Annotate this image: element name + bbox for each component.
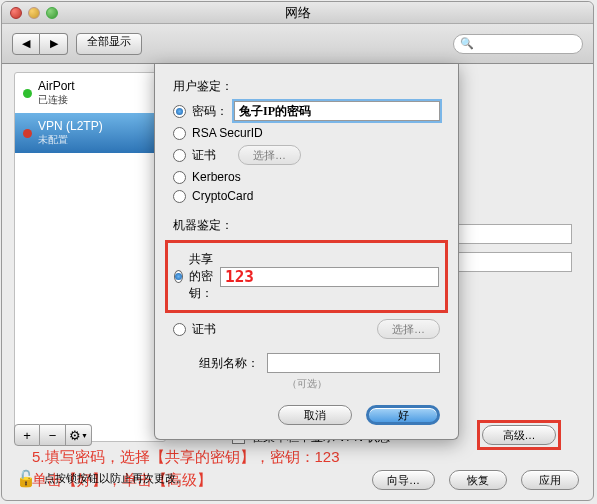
window-title: 网络 bbox=[2, 4, 593, 22]
choose-cert2-button[interactable]: 选择… bbox=[377, 319, 440, 339]
machine-auth-label: 机器鉴定： bbox=[173, 217, 440, 234]
action-button[interactable]: ⚙▼ bbox=[66, 424, 92, 446]
advanced-button[interactable]: 高级… bbox=[482, 425, 556, 445]
radio-password[interactable] bbox=[173, 105, 186, 118]
radio-cert2[interactable] bbox=[173, 323, 186, 336]
add-button[interactable]: + bbox=[14, 424, 40, 446]
cancel-button[interactable]: 取消 bbox=[278, 405, 352, 425]
shared-key-label: 共享的密钥： bbox=[189, 251, 214, 302]
titlebar: 网络 bbox=[2, 2, 593, 24]
back-button[interactable]: ◀ bbox=[12, 33, 40, 55]
radio-cert[interactable] bbox=[173, 149, 186, 162]
bg-field bbox=[452, 224, 572, 244]
sidebar-item-label: AirPort bbox=[38, 79, 75, 93]
bg-field bbox=[452, 252, 572, 272]
choose-cert-button[interactable]: 选择… bbox=[238, 145, 301, 165]
radio-cert2-label: 证书 bbox=[192, 321, 216, 338]
ok-button[interactable]: 好 bbox=[366, 405, 440, 425]
radio-cryptocard-label: CryptoCard bbox=[192, 189, 253, 203]
shared-key-highlight: 共享的密钥： bbox=[165, 240, 448, 313]
sidebar-item-airport[interactable]: AirPort 已连接 bbox=[15, 73, 165, 113]
radio-shared-key[interactable] bbox=[174, 270, 183, 283]
radio-password-label: 密码： bbox=[192, 103, 228, 120]
password-input[interactable] bbox=[234, 101, 440, 121]
sidebar: AirPort 已连接 VPN (L2TP) 未配置 bbox=[14, 72, 166, 442]
search-icon: 🔍 bbox=[460, 37, 474, 50]
sidebar-item-vpn[interactable]: VPN (L2TP) 未配置 bbox=[15, 113, 165, 153]
remove-button[interactable]: − bbox=[40, 424, 66, 446]
auth-sheet: 用户鉴定： 密码： RSA SecurID 证书 选择… Kerberos bbox=[154, 64, 459, 440]
wizard-button[interactable]: 向导… bbox=[372, 470, 435, 490]
restore-button[interactable]: 恢复 bbox=[449, 470, 507, 490]
radio-kerberos[interactable] bbox=[173, 171, 186, 184]
search-input[interactable]: 🔍 bbox=[453, 34, 583, 54]
status-dot-icon bbox=[23, 89, 32, 98]
user-auth-label: 用户鉴定： bbox=[173, 78, 440, 95]
forward-button[interactable]: ▶ bbox=[40, 33, 68, 55]
sidebar-item-sub: 已连接 bbox=[38, 93, 75, 107]
lock-text: 点按锁按钮以防止再次更改。 bbox=[44, 471, 187, 486]
zoom-icon[interactable] bbox=[46, 7, 58, 19]
radio-rsa[interactable] bbox=[173, 127, 186, 140]
apply-button[interactable]: 应用 bbox=[521, 470, 579, 490]
show-all-button[interactable]: 全部显示 bbox=[76, 33, 142, 55]
shared-key-input[interactable] bbox=[220, 267, 439, 287]
optional-label: （可选） bbox=[173, 377, 440, 391]
lock-icon[interactable]: 🔓 bbox=[16, 469, 36, 488]
sidebar-item-label: VPN (L2TP) bbox=[38, 119, 103, 133]
gear-icon: ⚙ bbox=[69, 428, 81, 443]
group-name-label: 组别名称： bbox=[173, 355, 259, 372]
minimize-icon[interactable] bbox=[28, 7, 40, 19]
radio-cert-label: 证书 bbox=[192, 147, 216, 164]
radio-kerberos-label: Kerberos bbox=[192, 170, 241, 184]
status-dot-icon bbox=[23, 129, 32, 138]
sidebar-item-sub: 未配置 bbox=[38, 133, 103, 147]
radio-cryptocard[interactable] bbox=[173, 190, 186, 203]
sidebar-tools: + − ⚙▼ bbox=[14, 424, 92, 446]
group-name-input[interactable] bbox=[267, 353, 440, 373]
close-icon[interactable] bbox=[10, 7, 22, 19]
radio-rsa-label: RSA SecurID bbox=[192, 126, 263, 140]
toolbar: ◀ ▶ 全部显示 🔍 bbox=[2, 24, 593, 64]
